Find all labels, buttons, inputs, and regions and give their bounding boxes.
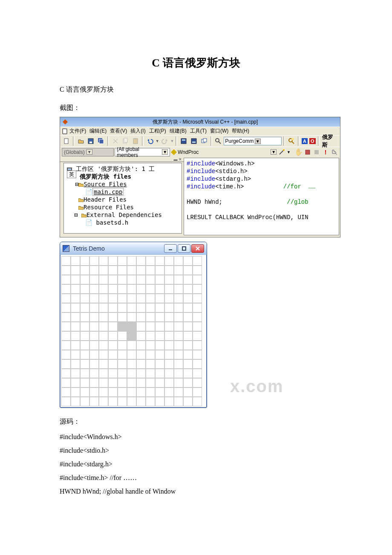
cut-icon[interactable] xyxy=(111,136,120,146)
tree-basetsd[interactable]: basetsd.h xyxy=(96,219,128,226)
book-icon[interactable] xyxy=(304,148,311,156)
grid-cell xyxy=(80,322,89,331)
function-combo[interactable]: WndProc xyxy=(172,149,199,155)
grid-cell xyxy=(146,322,155,331)
output-icon[interactable] xyxy=(189,136,199,146)
paste-icon[interactable] xyxy=(131,136,140,146)
ide-titlebar[interactable]: 俄罗斯方块 - Microsoft Visual C++ - [main.cpp… xyxy=(60,117,340,127)
menu-project[interactable]: 工程(P) xyxy=(149,127,166,135)
menu-help[interactable]: 帮助(H) xyxy=(232,127,249,135)
grid-cell xyxy=(108,387,118,397)
grid-cell xyxy=(80,275,89,284)
members-combo[interactable]: (All global members ▼ xyxy=(115,148,170,156)
menu-build[interactable]: 组建(B) xyxy=(170,127,187,135)
grid-cell xyxy=(108,312,118,322)
tree-main-cpp[interactable]: main.cpp xyxy=(92,188,124,196)
chevron-down-icon[interactable]: ▼ xyxy=(86,149,92,155)
grid-cell xyxy=(136,350,146,359)
redo-icon[interactable] xyxy=(160,136,170,146)
find-in-files-icon[interactable] xyxy=(287,136,296,146)
workspace-icon[interactable] xyxy=(179,136,188,146)
svg-rect-27 xyxy=(68,168,71,170)
grid-cell xyxy=(127,350,136,359)
menu-insert[interactable]: 插入(I) xyxy=(130,127,145,135)
execute-icon[interactable]: ! xyxy=(322,148,329,156)
maximize-button[interactable] xyxy=(178,244,190,253)
grid-cell xyxy=(164,266,174,275)
save-all-icon[interactable] xyxy=(96,136,106,146)
undo-icon[interactable] xyxy=(145,136,155,146)
file-tree[interactable]: 工作区 '俄罗斯方块': 1 工 ⊟ 俄罗斯方块 files ⊟Source F… xyxy=(63,163,182,234)
ime-indicator[interactable]: 英 xyxy=(67,171,76,178)
menu-file[interactable]: 文件(F) xyxy=(69,127,86,135)
grid-cell xyxy=(61,303,71,312)
wand-icon[interactable] xyxy=(278,148,285,156)
new-icon[interactable] xyxy=(62,136,71,146)
grid-cell xyxy=(80,397,89,406)
tree-resource-folder[interactable]: Resource Files xyxy=(84,204,134,211)
grid-cell xyxy=(174,312,183,322)
windows-icon[interactable] xyxy=(199,136,209,146)
scope-combo[interactable]: (Globals) ▼ xyxy=(62,148,114,156)
grid-cell xyxy=(118,303,127,312)
chevron-down-icon[interactable]: ▼ xyxy=(271,149,277,155)
document-icon xyxy=(62,128,68,134)
grid-cell xyxy=(136,397,146,406)
grid-cell xyxy=(127,359,136,369)
grid-cell xyxy=(118,284,127,294)
minimize-button[interactable] xyxy=(164,244,177,253)
find-combo[interactable]: PurgeComm ▼ xyxy=(224,137,282,145)
grid-cell xyxy=(136,312,146,322)
tree-header-folder[interactable]: Header Files xyxy=(84,196,127,203)
menubar[interactable]: 文件(F) 编辑(E) 查看(V) 插入(I) 工程(P) 组建(B) 工具(T… xyxy=(60,127,340,135)
step-icon[interactable] xyxy=(331,148,338,156)
grid-cell xyxy=(80,350,89,359)
grid-cell xyxy=(89,256,99,266)
tree-source-folder[interactable]: Source Files xyxy=(84,181,127,188)
grid-cell xyxy=(164,284,174,294)
workspace-pane: ▬ ✕ 英 工作区 '俄罗斯方块': 1 工 ⊟ 俄罗斯方块 files ⊟So… xyxy=(60,157,184,237)
grid-cell xyxy=(146,359,155,369)
grid-cell xyxy=(164,256,174,266)
grid-cell xyxy=(89,397,99,406)
code-line: #include<Windows.h> xyxy=(60,433,332,441)
chevron-down-icon[interactable]: ▼ xyxy=(162,149,168,155)
grid-cell xyxy=(136,303,146,312)
grid-cell xyxy=(108,275,118,284)
tetris-window: Tetris Demo xyxy=(60,242,207,408)
svg-rect-10 xyxy=(135,138,136,139)
stop-icon[interactable] xyxy=(313,148,320,156)
grid-cell xyxy=(127,387,136,397)
grid-cell xyxy=(118,378,127,387)
save-icon[interactable] xyxy=(86,136,95,146)
find-icon[interactable] xyxy=(214,136,223,146)
grid-cell xyxy=(118,331,127,341)
code-editor[interactable]: #include<Windows.h> #include<stdio.h> #i… xyxy=(184,158,339,235)
close-button[interactable] xyxy=(191,244,204,253)
chevron-down-icon[interactable]: ▼ xyxy=(255,139,261,144)
grid-cell xyxy=(164,294,174,303)
grid-cell xyxy=(146,294,155,303)
menu-tools[interactable]: 工具(T) xyxy=(190,127,207,135)
grid-cell xyxy=(164,369,174,378)
menu-edit[interactable]: 编辑(E) xyxy=(89,127,107,135)
tree-ext-deps[interactable]: External Dependencies xyxy=(86,211,162,218)
menu-view[interactable]: 查看(V) xyxy=(110,127,127,135)
menu-window[interactable]: 窗口(W) xyxy=(210,127,228,135)
grid-cell xyxy=(136,387,146,397)
grid-cell xyxy=(183,322,193,331)
svg-rect-2 xyxy=(64,139,68,144)
tree-project[interactable]: 俄罗斯方块 files xyxy=(80,173,131,180)
grid-cell xyxy=(108,397,118,406)
grid-cell xyxy=(155,387,164,397)
tree-workspace[interactable]: 工作区 '俄罗斯方块': 1 工 xyxy=(76,165,155,172)
hand-icon[interactable]: ✋ xyxy=(295,148,303,156)
open-icon[interactable] xyxy=(76,136,86,146)
docker-handle[interactable]: ▬ ✕ xyxy=(60,157,184,162)
page-title: C 语言俄罗斯方块 xyxy=(60,55,332,70)
grid-cell xyxy=(99,369,108,378)
grid-cell xyxy=(80,341,89,350)
copy-icon[interactable] xyxy=(121,136,130,146)
grid-cell xyxy=(146,284,155,294)
tetris-titlebar[interactable]: Tetris Demo xyxy=(60,242,207,255)
